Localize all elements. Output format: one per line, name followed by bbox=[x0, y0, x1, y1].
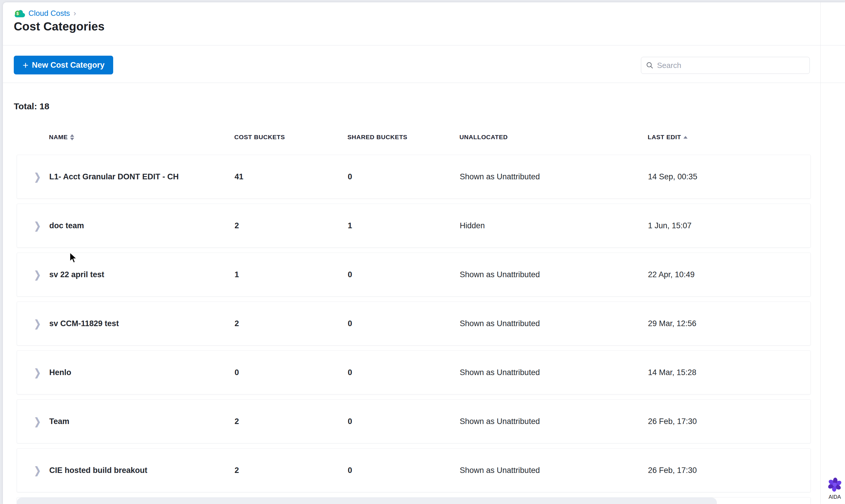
toolbar-divider bbox=[3, 83, 845, 83]
cost-categories-page: $ Cloud Costs › Cost Categories + New Co… bbox=[0, 0, 845, 504]
row-unallocated: Shown as Unattributed bbox=[460, 368, 648, 377]
table-body: ❯ L1- Acct Granular DONT EDIT - CH 41 0 … bbox=[17, 155, 811, 504]
aida-pinwheel-icon bbox=[827, 476, 843, 493]
search-icon bbox=[646, 61, 653, 69]
search-box bbox=[641, 57, 810, 74]
row-unallocated: Shown as Unattributed bbox=[460, 319, 648, 328]
row-cost-buckets: 41 bbox=[234, 172, 348, 181]
row-shared-buckets: 0 bbox=[348, 417, 460, 426]
expand-chevron-icon[interactable]: ❯ bbox=[34, 366, 49, 378]
column-header-name-label: NAME bbox=[49, 133, 68, 141]
aida-assistant-button[interactable]: AIDA bbox=[823, 476, 845, 500]
table-header: NAME COST BUCKETS SHARED BUCKETS UNALLOC… bbox=[17, 129, 811, 145]
column-header-cost-buckets[interactable]: COST BUCKETS bbox=[234, 133, 348, 141]
row-name: doc team bbox=[49, 221, 234, 230]
row-unallocated: Shown as Unattributed bbox=[460, 270, 648, 279]
new-cost-category-label: New Cost Category bbox=[32, 61, 105, 70]
expand-chevron-icon[interactable]: ❯ bbox=[34, 318, 49, 329]
row-name: Henlo bbox=[49, 368, 234, 377]
table-row[interactable]: ❯ sv 22 april test 1 0 Shown as Unattrib… bbox=[17, 253, 811, 296]
column-header-name[interactable]: NAME bbox=[49, 133, 234, 141]
row-last-edit: 14 Sep, 00:35 bbox=[648, 172, 756, 181]
search-input[interactable] bbox=[657, 61, 805, 70]
table-row[interactable]: ❯ Henlo 0 0 Shown as Unattributed 14 Mar… bbox=[17, 350, 811, 394]
total-count: Total: 18 bbox=[14, 102, 49, 111]
expand-chevron-icon[interactable]: ❯ bbox=[34, 171, 49, 183]
row-cost-buckets: 2 bbox=[234, 417, 348, 426]
breadcrumb: $ Cloud Costs › bbox=[14, 9, 76, 18]
row-last-edit: 1 Jun, 15:07 bbox=[648, 221, 756, 230]
row-unallocated: Shown as Unattributed bbox=[460, 172, 648, 181]
row-cost-buckets: 1 bbox=[234, 270, 348, 279]
row-cost-buckets: 2 bbox=[234, 466, 348, 475]
breadcrumb-cloud-costs-link[interactable]: Cloud Costs bbox=[29, 9, 70, 18]
breadcrumb-separator-icon: › bbox=[73, 9, 76, 18]
new-cost-category-button[interactable]: + New Cost Category bbox=[14, 56, 113, 74]
row-shared-buckets: 0 bbox=[348, 319, 460, 328]
svg-text:$: $ bbox=[16, 11, 19, 16]
row-last-edit: 22 Apr, 10:49 bbox=[648, 270, 756, 279]
plus-icon: + bbox=[22, 60, 29, 70]
page-title: Cost Categories bbox=[14, 20, 105, 33]
row-name: sv 22 april test bbox=[49, 270, 234, 279]
table-row[interactable]: ❯ doc team 2 1 Hidden 1 Jun, 15:07 bbox=[17, 204, 811, 248]
row-unallocated: Shown as Unattributed bbox=[460, 417, 648, 426]
row-last-edit: 26 Feb, 17:30 bbox=[648, 417, 756, 426]
column-header-shared-buckets[interactable]: SHARED BUCKETS bbox=[348, 133, 459, 141]
row-name: CIE hosted build breakout bbox=[49, 466, 234, 475]
table-row[interactable]: ❯ Team 2 0 Shown as Unattributed 26 Feb,… bbox=[17, 399, 811, 443]
column-header-last-edit[interactable]: LAST EDIT bbox=[648, 133, 756, 141]
expand-chevron-icon[interactable]: ❯ bbox=[34, 220, 49, 232]
table-row[interactable]: ❯ CIE hosted build breakout 2 0 Shown as… bbox=[17, 448, 811, 492]
row-unallocated: Shown as Unattributed bbox=[460, 466, 648, 475]
expand-chevron-icon[interactable]: ❯ bbox=[34, 269, 49, 281]
mouse-cursor bbox=[69, 252, 78, 265]
row-shared-buckets: 0 bbox=[348, 172, 460, 181]
expand-chevron-icon[interactable]: ❯ bbox=[34, 415, 49, 427]
column-header-unallocated-label: UNALLOCATED bbox=[459, 133, 508, 141]
sort-ascending-icon bbox=[684, 136, 688, 139]
table-row[interactable]: ❯ L1- Acct Granular DONT EDIT - CH 41 0 … bbox=[17, 155, 811, 199]
cloud-costs-module-icon: $ bbox=[14, 9, 25, 18]
aida-label: AIDA bbox=[829, 494, 841, 500]
header-divider bbox=[3, 45, 845, 46]
column-header-cost-buckets-label: COST BUCKETS bbox=[234, 133, 285, 141]
horizontal-scrollbar-thumb[interactable] bbox=[17, 498, 717, 504]
table-row[interactable]: ❯ sv CCM-11829 test 2 0 Shown as Unattri… bbox=[17, 302, 811, 345]
row-unallocated: Hidden bbox=[460, 221, 648, 230]
row-cost-buckets: 0 bbox=[234, 368, 348, 377]
row-name: Team bbox=[49, 417, 234, 426]
row-name: sv CCM-11829 test bbox=[49, 319, 234, 328]
row-shared-buckets: 0 bbox=[348, 466, 460, 475]
sort-both-icon bbox=[70, 134, 74, 140]
main-panel: $ Cloud Costs › Cost Categories + New Co… bbox=[3, 2, 845, 504]
expand-chevron-icon[interactable]: ❯ bbox=[34, 465, 49, 476]
row-shared-buckets: 1 bbox=[348, 221, 460, 230]
row-cost-buckets: 2 bbox=[234, 221, 348, 230]
column-header-unallocated[interactable]: UNALLOCATED bbox=[459, 133, 648, 141]
row-last-edit: 29 Mar, 12:56 bbox=[648, 319, 756, 328]
row-cost-buckets: 2 bbox=[234, 319, 348, 328]
row-shared-buckets: 0 bbox=[348, 368, 460, 377]
column-header-last-edit-label: LAST EDIT bbox=[648, 133, 681, 141]
row-last-edit: 26 Feb, 17:30 bbox=[648, 466, 756, 475]
column-header-shared-buckets-label: SHARED BUCKETS bbox=[348, 133, 407, 141]
row-last-edit: 14 Mar, 15:28 bbox=[648, 368, 756, 377]
row-name: L1- Acct Granular DONT EDIT - CH bbox=[49, 172, 234, 181]
row-shared-buckets: 0 bbox=[348, 270, 460, 279]
